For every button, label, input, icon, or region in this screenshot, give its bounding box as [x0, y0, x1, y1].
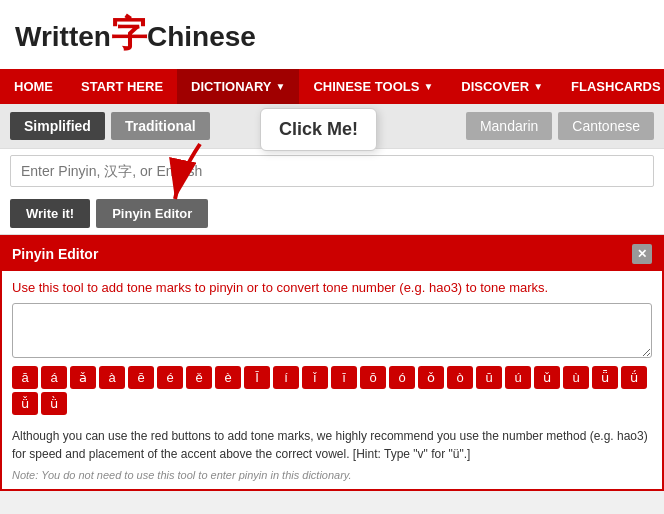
- tone-btn-a4[interactable]: à: [99, 366, 125, 389]
- tone-btn-v4[interactable]: ǜ: [41, 392, 67, 415]
- tone-btn-i1[interactable]: ī: [331, 366, 357, 389]
- mandarin-button[interactable]: Mandarin: [466, 112, 552, 140]
- tone-btn-u1[interactable]: ū: [476, 366, 502, 389]
- simplified-button[interactable]: Simplified: [10, 112, 105, 140]
- tone-btn-e1[interactable]: ē: [128, 366, 154, 389]
- nav-item-dictionary[interactable]: DICTIONARY ▼: [177, 69, 299, 104]
- search-bar: [0, 148, 664, 193]
- pinyin-info-text: Although you can use the red buttons to …: [2, 423, 662, 469]
- chevron-down-icon: ▼: [533, 81, 543, 92]
- close-button[interactable]: ✕: [632, 244, 652, 264]
- tone-btn-o2[interactable]: ó: [389, 366, 415, 389]
- tooltip-text: Click Me!: [279, 119, 358, 139]
- tone-btn-i2[interactable]: í: [273, 366, 299, 389]
- logo: Written字Chinese: [15, 10, 256, 59]
- tone-btn-a2[interactable]: á: [41, 366, 67, 389]
- cantonese-button[interactable]: Cantonese: [558, 112, 654, 140]
- logo-text-after: Chinese: [147, 21, 256, 52]
- tone-btn-u2[interactable]: ú: [505, 366, 531, 389]
- logo-text-before: Written: [15, 21, 111, 52]
- nav-item-home[interactable]: HOME: [0, 69, 67, 104]
- logo-chinese-char: 字: [111, 13, 147, 54]
- tone-btn-u3[interactable]: ǔ: [534, 366, 560, 389]
- tone-btn-v1[interactable]: ǖ: [592, 366, 618, 389]
- tooltip-bubble: Click Me!: [260, 108, 377, 151]
- pinyin-textarea[interactable]: [12, 303, 652, 358]
- action-buttons: Write it! Pinyin Editor: [0, 193, 664, 235]
- pinyin-note-text: Note: You do not need to use this tool t…: [2, 469, 662, 489]
- nav-item-discover[interactable]: DISCOVER ▼: [447, 69, 557, 104]
- traditional-button[interactable]: Traditional: [111, 112, 210, 140]
- tone-btn-u4[interactable]: ù: [563, 366, 589, 389]
- tone-btn-o1[interactable]: ō: [360, 366, 386, 389]
- main-nav: HOME START HERE DICTIONARY ▼ CHINESE TOO…: [0, 69, 664, 104]
- chevron-down-icon: ▼: [423, 81, 433, 92]
- tone-btn-i3[interactable]: ǐ: [302, 366, 328, 389]
- script-toolbar: Simplified Traditional Click Me! Mandari…: [0, 104, 664, 148]
- tone-btn-a1[interactable]: ā: [12, 366, 38, 389]
- tone-btn-o3[interactable]: ǒ: [418, 366, 444, 389]
- pinyin-editor-panel: Pinyin Editor ✕ Use this tool to add ton…: [0, 235, 664, 491]
- tone-btn-e4[interactable]: è: [215, 366, 241, 389]
- pinyin-editor-title: Pinyin Editor: [12, 246, 98, 262]
- tone-btn-e2[interactable]: é: [157, 366, 183, 389]
- nav-item-chinese-tools[interactable]: CHINESE TOOLS ▼: [299, 69, 447, 104]
- tone-btn-v3[interactable]: ǚ: [12, 392, 38, 415]
- write-it-button[interactable]: Write it!: [10, 199, 90, 228]
- search-input[interactable]: [10, 155, 654, 187]
- pinyin-editor-header: Pinyin Editor ✕: [2, 237, 662, 271]
- tone-btn-v2[interactable]: ǘ: [621, 366, 647, 389]
- tone-btn-a3[interactable]: ǎ: [70, 366, 96, 389]
- tone-btn-i0[interactable]: Ī: [244, 366, 270, 389]
- nav-item-flashcards[interactable]: FLASHCARDS ▼: [557, 69, 664, 104]
- tone-btn-o4[interactable]: ò: [447, 366, 473, 389]
- header: Written字Chinese: [0, 0, 664, 69]
- chevron-down-icon: ▼: [276, 81, 286, 92]
- tone-btn-e3[interactable]: ě: [186, 366, 212, 389]
- tone-buttons-container: ā á ǎ à ē é ě è Ī í ǐ ī ō ó ǒ ò ū ú ǔ ù …: [2, 358, 662, 423]
- pinyin-instruction-text: Use this tool to add tone marks to pinyi…: [2, 271, 662, 303]
- nav-item-start-here[interactable]: START HERE: [67, 69, 177, 104]
- pinyin-editor-button[interactable]: Pinyin Editor: [96, 199, 208, 228]
